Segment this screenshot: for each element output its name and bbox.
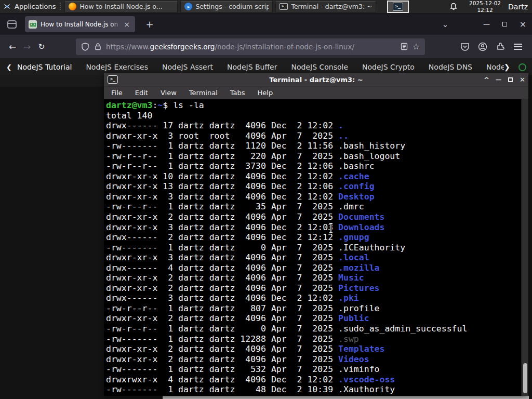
tab-title-fade xyxy=(110,16,122,32)
firefox-icon xyxy=(69,3,76,10)
page-bottom-strip xyxy=(163,396,529,399)
terminal-prompt-line: dartz@vm3:~$ ls -la xyxy=(106,100,520,111)
menu-edit[interactable]: Edit xyxy=(135,89,148,97)
extensions-puzzle-icon[interactable] xyxy=(491,38,509,55)
terminal-listing-row: -rw-r--r-- 1 dartz dartz 807 Apr 7 2025 … xyxy=(106,303,520,314)
clock-time: 12:12 xyxy=(469,7,501,14)
nav-link[interactable]: NodeJS DNS xyxy=(429,63,472,71)
terminal-listing-row: -rw-r--r-- 1 dartz dartz 220 Apr 7 2025 … xyxy=(106,151,520,162)
browser-minimize-button[interactable]: — xyxy=(477,17,496,32)
browser-tab-active[interactable]: gg How to Install Node.js on × xyxy=(25,16,135,32)
nav-next-chevron-icon[interactable]: ❯ xyxy=(504,63,510,71)
tracking-shield-icon[interactable] xyxy=(81,43,89,51)
taskbar-window-terminal[interactable]: >_ Terminal - dartz@vm3: ~ xyxy=(275,1,376,12)
clock[interactable]: 2025-12-02 12:12 xyxy=(469,0,501,13)
menu-file[interactable]: File xyxy=(111,89,123,97)
terminal-window-title: Terminal - dartz@vm3: ~ xyxy=(104,76,528,84)
menu-tabs[interactable]: Tabs xyxy=(230,89,245,97)
mouse-ibeam-cursor xyxy=(327,222,335,234)
browser-close-button[interactable]: × xyxy=(514,17,532,32)
taskbar-window-title: Settings - codium script... xyxy=(195,3,269,10)
terminal-listing-row: drwx------ 2 dartz dartz 4096 Dec 2 12:1… xyxy=(106,232,520,243)
terminal-listing-row: drwxr-xr-x 2 dartz dartz 4096 Apr 7 2025… xyxy=(106,313,520,324)
new-tab-button[interactable]: + xyxy=(143,19,156,30)
terminal-listing-row: -rw-r--r-- 1 dartz dartz 3730 Dec 2 12:0… xyxy=(106,161,520,171)
terminal-launcher[interactable]: >_ xyxy=(387,1,409,13)
user-menu[interactable]: Dartz xyxy=(508,3,528,11)
tab-close-icon[interactable]: × xyxy=(122,20,131,29)
terminal-listing-row: drwxr-xr-x 3 root root 4096 Apr 7 2025 .… xyxy=(106,131,520,141)
notification-bell-icon[interactable] xyxy=(449,3,458,11)
url-bar[interactable]: https://www.geeksforgeeks.org/node-js/in… xyxy=(76,38,425,55)
terminal-listing-row: -rw------- 1 dartz dartz 48 Dec 2 10:39 … xyxy=(106,384,520,395)
terminal-scrollbar[interactable] xyxy=(521,99,528,396)
terminal-listing-row: drwxr-xr-x 2 dartz dartz 4096 Apr 7 2025… xyxy=(106,354,520,365)
nav-link[interactable]: NodeJS Assert xyxy=(162,63,213,71)
nav-prev-chevron-icon[interactable]: ❮ xyxy=(6,63,12,71)
nav-link[interactable]: NodeJS Console xyxy=(291,63,348,71)
terminal-listing-row: drwxrwxr-x 4 dartz dartz 4096 Dec 2 12:0… xyxy=(106,375,520,385)
url-path: /node-js/installation-of-node-js-on-linu… xyxy=(215,43,354,51)
reader-mode-icon[interactable] xyxy=(401,43,408,50)
nav-link-clipped[interactable]: Node xyxy=(486,63,504,71)
bookmark-star-icon[interactable]: ☆ xyxy=(413,42,420,51)
terminal-listing-row: -rw------- 1 dartz dartz 1120 Dec 2 11:5… xyxy=(106,141,520,151)
applications-menu[interactable]: Applications xyxy=(15,3,56,10)
forward-button[interactable]: → xyxy=(20,42,34,52)
nav-link[interactable]: NodeJS Exercises xyxy=(86,63,148,71)
terminal-listing-row: -rw-rw-r-- 1 dartz dartz 9529 Dec 2 10:4… xyxy=(106,395,520,396)
terminal-total-line: total 140 xyxy=(106,111,520,121)
taskbar-window-codium[interactable]: ▸ Settings - codium script... xyxy=(180,1,273,12)
nav-link[interactable]: NodeJS Buffer xyxy=(227,63,277,71)
back-button[interactable]: ← xyxy=(5,42,20,52)
terminal-listing-row: -rw------- 1 dartz dartz 0 Apr 7 2025 .I… xyxy=(106,243,520,253)
terminal-icon: >_ xyxy=(393,3,403,11)
xfce-logo-icon[interactable] xyxy=(3,2,11,11)
account-icon[interactable] xyxy=(474,38,491,55)
taskbar-window-title: How to Install Node.js o... xyxy=(79,3,162,10)
page-content-band xyxy=(0,75,104,87)
terminal-listing-row: drwxr-xr-x 2 dartz dartz 4096 Apr 7 2025… xyxy=(106,212,520,222)
terminal-listing-row: -rw-r--r-- 1 dartz dartz 0 Apr 7 2025 .s… xyxy=(106,324,520,334)
terminal-listing-row: drwxr-xr-x 2 dartz dartz 4096 Apr 7 2025… xyxy=(106,283,520,294)
lock-icon[interactable] xyxy=(95,43,101,50)
menu-view[interactable]: View xyxy=(161,89,177,97)
terminal-close-button[interactable]: ✕ xyxy=(516,73,528,86)
search-icon[interactable] xyxy=(518,63,526,71)
terminal-listing-row: drwxr-xr-x 2 dartz dartz 4096 Apr 7 2025… xyxy=(106,273,520,283)
terminal-listing-row: drwx------ 4 dartz dartz 4096 Apr 7 2025… xyxy=(106,263,520,273)
desktop-screen: Applications How to Install Node.js o...… xyxy=(0,0,532,399)
nav-link[interactable]: NodeJS Crypto xyxy=(362,63,415,71)
terminal-listing-row: drwx------ 3 dartz dartz 4096 Dec 2 12:0… xyxy=(106,293,520,303)
terminal-maximize-button[interactable] xyxy=(504,73,516,86)
reload-button[interactable]: ↻ xyxy=(34,42,49,51)
menu-hamburger-icon[interactable] xyxy=(509,38,527,55)
codium-icon: ▸ xyxy=(184,3,192,10)
terminal-listing-row: drwxr-xr-x 13 dartz dartz 4096 Dec 2 12:… xyxy=(106,181,520,192)
terminal-rollup-button[interactable]: ^ xyxy=(481,73,493,86)
terminal-window-controls: ^ — ✕ xyxy=(481,73,528,86)
list-all-tabs-icon[interactable]: ⌄ xyxy=(438,20,453,29)
terminal-scrollbar-thumb[interactable] xyxy=(523,363,527,393)
terminal-icon: >_ xyxy=(280,3,288,10)
pocket-icon[interactable] xyxy=(456,38,474,55)
taskbar-window-firefox[interactable]: How to Install Node.js o... xyxy=(64,1,178,12)
terminal-output: dartz@vm3:~$ ls -latotal 140drwx------ 1… xyxy=(106,100,520,396)
terminal-menubar: File Edit View Terminal Tabs Help xyxy=(104,87,528,99)
terminal-listing-row: -rw-r--r-- 1 dartz dartz 35 Apr 7 2025 .… xyxy=(106,202,520,212)
url-text[interactable]: https://www.geeksforgeeks.org/node-js/in… xyxy=(106,43,396,51)
browser-maximize-button[interactable] xyxy=(496,17,514,32)
menu-terminal[interactable]: Terminal xyxy=(189,89,218,97)
url-scheme: https://www. xyxy=(106,43,150,51)
nav-link-tutorial[interactable]: NodeJS Tutorial xyxy=(17,63,72,71)
terminal-content-area[interactable]: dartz@vm3:~$ ls -latotal 140drwx------ 1… xyxy=(104,99,528,396)
firefox-view-icon[interactable] xyxy=(7,20,17,29)
terminal-minimize-button[interactable]: — xyxy=(493,73,504,86)
menu-help[interactable]: Help xyxy=(258,89,273,97)
terminal-listing-row: -rw------- 1 dartz dartz 532 Apr 7 2025 … xyxy=(106,364,520,375)
terminal-listing-row: drwxr-xr-x 3 dartz dartz 4096 Dec 2 12:0… xyxy=(106,222,520,233)
terminal-titlebar[interactable]: >_ Terminal - dartz@vm3: ~ ^ — ✕ xyxy=(104,73,528,87)
terminal-icon: >_ xyxy=(108,75,118,84)
terminal-listing-row: drwxr-xr-x 3 dartz dartz 4096 Apr 7 2025… xyxy=(106,252,520,263)
browser-tab-bar: gg How to Install Node.js on × + ⌄ — × xyxy=(0,14,532,35)
